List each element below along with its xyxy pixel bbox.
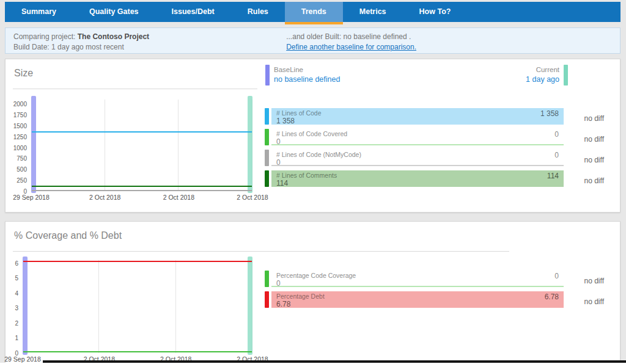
top-nav: Summary Quality Gates Issues/Debt Rules … xyxy=(5,2,620,22)
baseline-marker-bar xyxy=(23,257,28,355)
tab-summary[interactable]: Summary xyxy=(5,2,73,22)
metric-color-bar xyxy=(265,150,269,166)
metric-diff: no diff xyxy=(564,114,604,125)
plot-area xyxy=(31,100,252,191)
x-tick-label: 29 Sep 2018 xyxy=(13,194,50,201)
series-line xyxy=(23,351,252,352)
y-tick-label: 1250 xyxy=(13,133,27,140)
metric-right-value: 1 358 xyxy=(540,110,559,117)
metric-diff: no diff xyxy=(564,277,604,287)
metric-value: 0 xyxy=(276,159,559,166)
metric-label: # Lines of Code (NotMyCode) xyxy=(276,151,559,158)
baseline-legend: BaseLine no baseline defined xyxy=(265,65,340,86)
y-axis: 025050075010001250150017502000 xyxy=(12,100,30,191)
tab-issues-debt[interactable]: Issues/Debt xyxy=(155,2,231,22)
size-metric-list: # Lines of Code 1 358 1 358 no diff # Li… xyxy=(265,108,604,191)
build-date-line: Build Date: 1 day ago most recent xyxy=(13,42,149,53)
gridline xyxy=(178,100,179,191)
y-tick-label: 500 xyxy=(17,166,27,173)
y-tick-label: 1750 xyxy=(13,112,27,118)
series-line xyxy=(32,131,252,133)
y-tick-label: 6 xyxy=(15,260,18,266)
metric-right-value: 0 xyxy=(554,131,559,138)
y-tick-label: 250 xyxy=(17,177,27,184)
metric-row-lines-of-code: # Lines of Code 1 358 1 358 no diff xyxy=(265,108,604,125)
metric-value: 6.78 xyxy=(276,300,559,308)
metric-diff: no diff xyxy=(564,177,604,187)
y-tick-label: 3 xyxy=(15,305,18,311)
metric-row-lines-notmycode: # Lines of Code (NotMyCode) 0 0 no diff xyxy=(265,150,604,166)
older-built-line: ...and older Built: no baseline defined … xyxy=(286,32,416,42)
coverage-panel-divider xyxy=(13,251,509,252)
x-tick-label: 2 Oct 2018 xyxy=(89,194,120,201)
coverage-metric-list: Percentage Code Coverage 0 0 no diff Per… xyxy=(265,271,604,312)
metric-diff: no diff xyxy=(564,135,604,145)
x-axis: 29 Sep 20182 Oct 20182 Oct 20182 Oct 201… xyxy=(31,194,252,202)
y-tick-label: 1 xyxy=(15,335,18,341)
series-line xyxy=(32,186,252,187)
metric-value: 0 xyxy=(276,138,559,145)
series-line xyxy=(32,190,252,191)
size-panel: Size BaseLine no baseline defined Curren… xyxy=(5,59,620,213)
tab-metrics[interactable]: Metrics xyxy=(343,2,403,22)
window-bottom-edge xyxy=(43,360,626,363)
x-tick-label: 2 Oct 2018 xyxy=(237,194,268,201)
metric-label: # Lines of Code Covered xyxy=(276,130,559,137)
metric-value: 114 xyxy=(276,180,559,187)
baseline-marker-bar xyxy=(31,96,36,193)
metric-value: 0 xyxy=(276,280,559,287)
y-tick-label: 4 xyxy=(15,289,18,296)
comparison-info-right: ...and older Built: no baseline defined … xyxy=(286,32,612,49)
comparison-info-left: Comparing project: The Contoso Project B… xyxy=(13,32,149,49)
metric-value: 1 358 xyxy=(276,117,559,125)
x-tick-label: 29 Sep 2018 xyxy=(4,355,41,363)
current-legend-label: Current xyxy=(526,65,559,75)
metric-diff: no diff xyxy=(564,156,604,166)
project-name: The Contoso Project xyxy=(78,32,149,41)
y-tick-label: 2000 xyxy=(13,101,27,107)
page: Summary Quality Gates Issues/Debt Rules … xyxy=(5,2,620,364)
baseline-legend-value: no baseline defined xyxy=(274,75,340,84)
metric-row-lines-covered: # Lines of Code Covered 0 0 no diff xyxy=(265,129,604,145)
metric-right-value: 0 xyxy=(554,272,559,280)
x-tick-label: 2 Oct 2018 xyxy=(163,194,194,201)
gridline xyxy=(105,100,105,191)
metric-row-percentage-debt: Percentage Debt 6.78 6.78 no diff xyxy=(265,291,604,308)
metric-right-value: 0 xyxy=(554,151,559,159)
baseline-legend-marker xyxy=(265,65,270,86)
comparing-project-line: Comparing project: The Contoso Project xyxy=(13,32,149,42)
metric-color-bar xyxy=(265,271,269,287)
y-tick-label: 1500 xyxy=(13,122,27,129)
series-line xyxy=(23,261,252,262)
baseline-legend-label: BaseLine xyxy=(274,65,340,75)
size-panel-divider xyxy=(13,89,257,89)
metric-color-bar xyxy=(265,129,269,145)
current-legend-value: 1 day ago xyxy=(526,75,559,84)
y-tick-label: 5 xyxy=(15,275,18,282)
gridline xyxy=(98,260,99,353)
gridline xyxy=(175,260,176,353)
tab-quality-gates[interactable]: Quality Gates xyxy=(73,2,155,22)
current-legend: Current 1 day ago xyxy=(526,65,568,86)
define-baseline-link[interactable]: Define another baseline for comparison. xyxy=(286,43,416,51)
coverage-panel-title: % Coverage and % Debt xyxy=(14,230,122,241)
metric-row-lines-of-comments: # Lines of Comments 114 114 no diff xyxy=(265,170,604,187)
tab-trends[interactable]: Trends xyxy=(285,2,343,22)
size-panel-title: Size xyxy=(14,68,33,79)
metric-color-bar xyxy=(265,108,269,125)
y-axis: 0123456 xyxy=(12,260,21,353)
y-tick-label: 1000 xyxy=(13,144,27,151)
metric-label: Percentage Debt xyxy=(276,293,559,300)
current-marker-bar xyxy=(248,257,252,355)
metric-color-bar xyxy=(265,170,269,187)
tab-rules[interactable]: Rules xyxy=(231,2,285,22)
current-legend-marker xyxy=(564,65,568,86)
coverage-debt-panel: % Coverage and % Debt 0123456 29 Sep 201… xyxy=(5,221,620,364)
metric-label: # Lines of Comments xyxy=(276,172,559,179)
metric-row-percentage-coverage: Percentage Code Coverage 0 0 no diff xyxy=(265,271,604,287)
metric-label: Percentage Code Coverage xyxy=(276,272,559,279)
coverage-debt-chart: 0123456 29 Sep 20182 Oct 20182 Oct 20182… xyxy=(12,260,252,364)
tab-how-to[interactable]: How To? xyxy=(403,2,468,22)
comparison-info-bar: Comparing project: The Contoso Project B… xyxy=(5,27,620,54)
y-tick-label: 750 xyxy=(17,155,27,162)
